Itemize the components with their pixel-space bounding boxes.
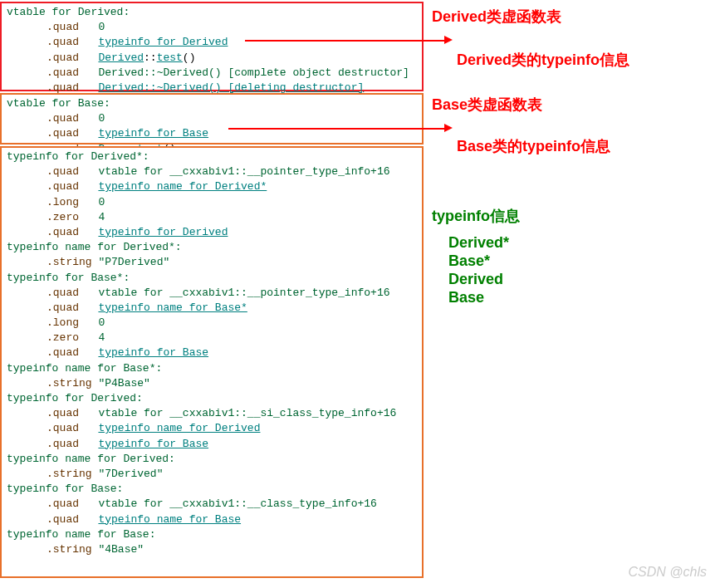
value: 4 bbox=[98, 331, 105, 344]
code-line: .string "4Base" bbox=[47, 542, 417, 557]
symbol: typeinfo for Base bbox=[98, 127, 208, 140]
symbol: typeinfo for Derived bbox=[98, 36, 228, 48]
value: vtable for __cxxabiv1::__pointer_type_in… bbox=[98, 165, 389, 178]
code-line: typeinfo for Base*: bbox=[7, 271, 417, 286]
directive: .quad bbox=[47, 422, 98, 434]
directive: .quad bbox=[47, 287, 98, 299]
annotation-base-vtable: Base类虚函数表 bbox=[432, 95, 542, 115]
annotation-base: Base bbox=[448, 287, 484, 308]
directive: .quad bbox=[47, 112, 98, 125]
symbol: Derived::~Derived() [deleting destructor… bbox=[98, 81, 364, 94]
directive: .quad bbox=[47, 180, 98, 193]
annotation-typeinfo-title: typeinfo信息 bbox=[432, 206, 520, 227]
directive: .zero bbox=[47, 331, 98, 344]
value: vtable for __cxxabiv1::__si_class_type_i… bbox=[98, 407, 396, 419]
code-line: .quad Derived::test() bbox=[47, 51, 417, 66]
value: 0 bbox=[98, 21, 105, 33]
annotation-base-typeinfo: Base类的typeinfo信息 bbox=[457, 136, 610, 157]
value: 0 bbox=[98, 196, 105, 208]
code-line: .string "P4Base" bbox=[47, 376, 417, 391]
code-line: .string "P7Derived" bbox=[47, 255, 417, 270]
code-line: .quad vtable for __cxxabiv1::__pointer_t… bbox=[47, 164, 417, 179]
directive: .quad bbox=[47, 497, 98, 510]
watermark: CSDN @chls bbox=[629, 563, 707, 581]
code-line: .quad vtable for __cxxabiv1::__si_class_… bbox=[47, 406, 417, 421]
cls: Derived bbox=[98, 51, 144, 64]
symbol: typeinfo for Derived bbox=[98, 226, 228, 238]
directive: .quad bbox=[47, 407, 98, 419]
directive: .string bbox=[47, 468, 98, 480]
directive: .long bbox=[47, 316, 98, 329]
code-line: typeinfo for Base: bbox=[7, 482, 417, 497]
arrow-head-2 bbox=[444, 124, 453, 132]
code-line: .long 0 bbox=[47, 195, 417, 210]
code-line: .zero 4 bbox=[47, 331, 417, 345]
directive: .quad bbox=[47, 36, 98, 48]
value: vtable for __cxxabiv1::__pointer_type_in… bbox=[98, 287, 389, 299]
directive: .quad bbox=[47, 301, 98, 314]
directive: .quad bbox=[47, 226, 98, 238]
code-line: .quad typeinfo name for Derived bbox=[47, 421, 417, 436]
code-line: typeinfo for Derived: bbox=[7, 391, 417, 406]
code-line: .quad 0 bbox=[47, 111, 417, 126]
code-line: typeinfo for Derived*: bbox=[7, 149, 417, 164]
symbol: typeinfo for Base bbox=[98, 438, 208, 450]
symbol: typeinfo name for Base bbox=[98, 513, 241, 526]
code-line: .quad typeinfo for Base bbox=[47, 345, 417, 360]
arrow-head-1 bbox=[444, 36, 453, 44]
code-line: .quad typeinfo name for Derived* bbox=[47, 179, 417, 194]
paren: () bbox=[183, 51, 196, 64]
directive: .string bbox=[47, 543, 98, 556]
value: 4 bbox=[98, 211, 105, 223]
directive: .string bbox=[47, 256, 98, 268]
string: "7Derived" bbox=[98, 468, 163, 480]
string: "P7Derived" bbox=[98, 256, 169, 268]
code-line: .string "7Derived" bbox=[47, 467, 417, 482]
symbol: Derived::~Derived() [complete object des… bbox=[98, 66, 409, 79]
directive: .quad bbox=[47, 21, 98, 33]
code-line: .quad typeinfo name for Base bbox=[47, 512, 417, 527]
code-line: typeinfo name for Base*: bbox=[7, 361, 417, 376]
vtable-base-box: vtable for Base: .quad 0 .quad typeinfo … bbox=[0, 93, 424, 145]
symbol: typeinfo name for Base* bbox=[98, 301, 247, 314]
directive: .long bbox=[47, 196, 98, 208]
directive: .quad bbox=[47, 51, 98, 64]
directive: .string bbox=[47, 377, 98, 390]
directive: .quad bbox=[47, 438, 98, 450]
value: vtable for __cxxabiv1::__class_type_info… bbox=[98, 497, 376, 510]
code-line: .quad Derived::~Derived() [complete obje… bbox=[47, 66, 417, 81]
code-line: .zero 4 bbox=[47, 210, 417, 225]
code-line: typeinfo name for Derived: bbox=[7, 452, 417, 467]
value: 0 bbox=[98, 316, 105, 329]
directive: .quad bbox=[47, 81, 98, 94]
code-line: .quad 0 bbox=[47, 20, 417, 35]
code-line: vtable for Derived: bbox=[7, 5, 417, 20]
code-line: .long 0 bbox=[47, 316, 417, 331]
code-line: .quad vtable for __cxxabiv1::__class_typ… bbox=[47, 497, 417, 512]
arrow-line-1 bbox=[245, 40, 444, 42]
directive: .zero bbox=[47, 211, 98, 223]
code-line: vtable for Base: bbox=[7, 96, 417, 111]
directive: .quad bbox=[47, 66, 98, 79]
string: "P4Base" bbox=[98, 377, 149, 390]
fn: test bbox=[157, 51, 183, 64]
directive: .quad bbox=[47, 513, 98, 526]
code-line: .quad typeinfo for Base bbox=[47, 437, 417, 452]
code-line: .quad vtable for __cxxabiv1::__pointer_t… bbox=[47, 286, 417, 301]
code-line: .quad typeinfo for Derived bbox=[47, 35, 417, 50]
code-line: .quad typeinfo for Derived bbox=[47, 225, 417, 240]
annotation-derived-vtable: Derived类虚函数表 bbox=[432, 7, 561, 27]
typeinfo-box: typeinfo for Derived*: .quad vtable for … bbox=[0, 146, 424, 578]
value: 0 bbox=[98, 112, 105, 125]
vtable-derived-box: vtable for Derived: .quad 0 .quad typein… bbox=[0, 2, 424, 91]
code-line: typeinfo name for Base: bbox=[7, 527, 417, 542]
directive: .quad bbox=[47, 346, 98, 359]
annotation-derived-typeinfo: Derived类的typeinfo信息 bbox=[457, 50, 629, 71]
symbol: typeinfo name for Derived* bbox=[98, 180, 267, 193]
sep: :: bbox=[144, 51, 157, 64]
directive: .quad bbox=[47, 127, 98, 140]
directive: .quad bbox=[47, 165, 98, 178]
symbol: typeinfo for Base bbox=[98, 346, 208, 359]
arrow-line-2 bbox=[228, 128, 444, 130]
symbol: typeinfo name for Derived bbox=[98, 422, 260, 434]
